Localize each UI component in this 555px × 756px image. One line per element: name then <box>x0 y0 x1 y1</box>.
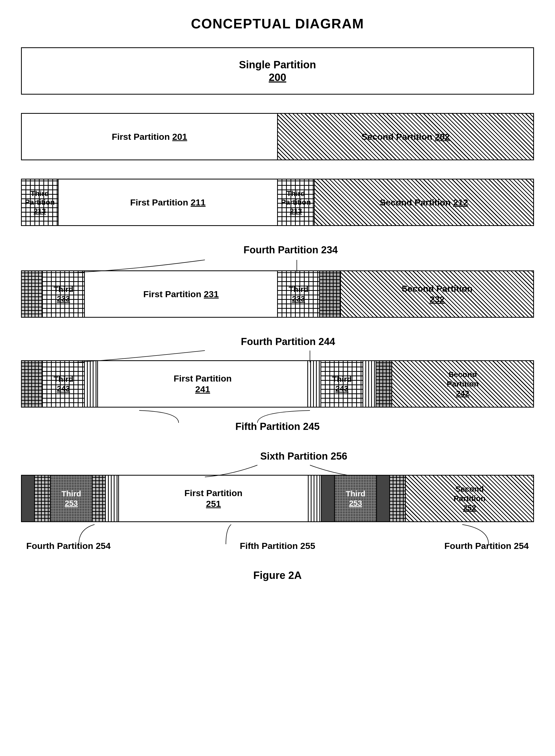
d1-label: Single Partition <box>239 58 316 71</box>
seg-first-241: First Partition241 <box>98 361 308 407</box>
diagram-5: Fourth Partition 244 Third243 First Part… <box>21 336 534 432</box>
seg-third-243a: Third243 <box>43 361 85 407</box>
fourth-partition-234-label: Fourth Partition 234 <box>21 244 534 256</box>
seg-6-vert-right <box>309 476 322 521</box>
seg-4-left-outer <box>22 271 43 317</box>
partition-bar-6: Third253 First Partition251 Third253 Sec… <box>21 475 534 522</box>
seg-6-dark-mid <box>322 476 335 521</box>
seg-6-checker-l2 <box>93 476 106 521</box>
seg-third-253a: Third253 <box>51 476 93 521</box>
partition-bar-5: Third243 First Partition241 Third243 Sec… <box>21 360 534 407</box>
fourth-partition-244-label: Fourth Partition 244 <box>21 336 534 347</box>
diagram-6: Sixth Partition 256 Third253 First Parti… <box>21 451 534 551</box>
seg-6-dark-r <box>377 476 390 521</box>
diagram-3: ThirdPartition213 First Partition 211 Th… <box>21 179 534 226</box>
seg-first-211: First Partition 211 <box>58 180 278 225</box>
diagram-1: Single Partition 200 <box>21 47 534 94</box>
partition-bar-4: Third233 First Partition 231 Third233 Se… <box>21 270 534 318</box>
seg-6-checker-l <box>35 476 51 521</box>
seg-6-dark-outer-l <box>22 476 35 521</box>
diagram-4: Fourth Partition 234 Third233 First Part… <box>21 244 534 318</box>
seg-third-253b: Third253 <box>335 476 377 521</box>
seg-third-233a: Third233 <box>43 271 85 317</box>
seg-second-242: SecondPartition242 <box>392 361 533 407</box>
partition-bar-2: First Partition 201 Second Partition 202 <box>21 113 534 160</box>
seg-third-213b: ThirdPartition213 <box>278 180 315 225</box>
seg-5-vert-mid <box>363 361 376 407</box>
seg-second-232: Second Partition232 <box>341 271 533 317</box>
seg-third-243b: Third243 <box>321 361 363 407</box>
seg-second-252: SecondPartition252 <box>406 476 533 521</box>
diagram-2: First Partition 201 Second Partition 202 <box>21 113 534 160</box>
seg-4-mid-inner <box>320 271 341 317</box>
seg-5-left-outer <box>22 361 43 407</box>
seg-first-201: First Partition 201 <box>22 114 278 160</box>
seg-first-231: First Partition 231 <box>85 271 278 317</box>
seg-6-vert-left <box>106 476 119 521</box>
seg-5-vert-right <box>308 361 321 407</box>
seg-6-checker-r <box>390 476 406 521</box>
fourth-254-left-label: Fourth Partition 254 <box>26 541 111 551</box>
figure-caption: Figure 2A <box>21 569 534 581</box>
partition-bar-3: ThirdPartition213 First Partition 211 Th… <box>21 179 534 226</box>
seg-third-213a: ThirdPartition213 <box>22 180 58 225</box>
sixth-partition-256-label: Sixth Partition 256 <box>21 451 534 462</box>
seg-5-right-inner <box>376 361 392 407</box>
fifth-255-label: Fifth Partition 255 <box>240 541 315 551</box>
seg-5-vert-left <box>85 361 98 407</box>
d1-number: 200 <box>269 71 286 84</box>
seg-third-233b: Third233 <box>278 271 320 317</box>
seg-first-251: First Partition251 <box>119 476 309 521</box>
fifth-partition-245-label: Fifth Partition 245 <box>21 421 534 432</box>
seg-second-212: Second Partition 212 <box>315 180 533 225</box>
seg-second-202: Second Partition 202 <box>278 114 533 160</box>
fourth-254-right-label: Fourth Partition 254 <box>444 541 529 551</box>
partition-bar-1: Single Partition 200 <box>21 47 534 94</box>
page-title: CONCEPTUAL DIAGRAM <box>21 16 534 32</box>
